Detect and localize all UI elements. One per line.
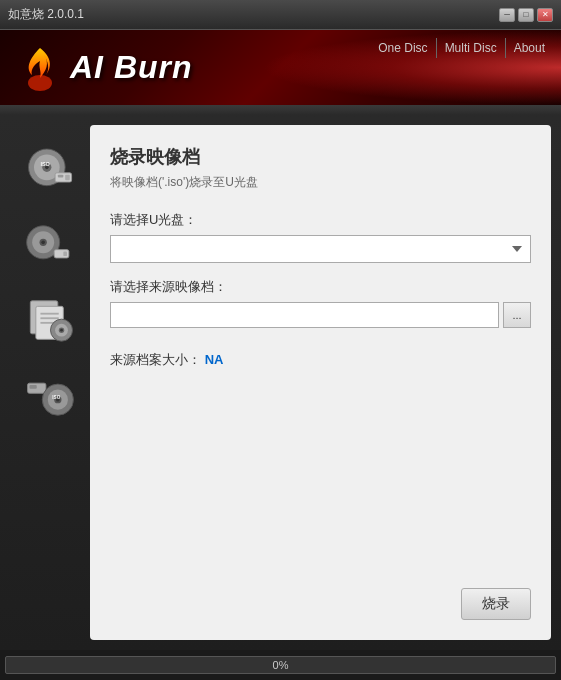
- svg-point-12: [41, 240, 45, 244]
- sidebar: ISO: [10, 125, 90, 640]
- svg-rect-6: [65, 174, 70, 180]
- sidebar-icon-disc-image[interactable]: ISO: [20, 360, 80, 420]
- file-size-value: NA: [205, 352, 224, 367]
- nav-about[interactable]: About: [505, 38, 553, 58]
- logo-area: AI Burn: [0, 43, 193, 93]
- source-file-input[interactable]: [110, 302, 499, 328]
- svg-rect-25: [29, 385, 36, 389]
- header-nav: One Disc Multi Disc About: [370, 38, 553, 58]
- file-size-row: 来源档案大小： NA: [110, 351, 531, 369]
- flame-icon: [20, 43, 60, 93]
- burn-button[interactable]: 烧录: [461, 588, 531, 620]
- maximize-button[interactable]: □: [518, 8, 534, 22]
- nav-one-disc[interactable]: One Disc: [370, 38, 435, 58]
- close-button[interactable]: ✕: [537, 8, 553, 22]
- window-title: 如意烧 2.0.0.1: [8, 6, 84, 23]
- sidebar-icon-iso-usb[interactable]: ISO: [20, 135, 80, 195]
- svg-point-23: [60, 328, 63, 331]
- toolbar-strip: [0, 105, 561, 115]
- disc-select-label: 请选择U光盘：: [110, 211, 531, 229]
- nav-multi-disc[interactable]: Multi Disc: [436, 38, 505, 58]
- burn-btn-row: 烧录: [110, 369, 531, 620]
- logo-text: AI Burn: [70, 49, 193, 86]
- file-size-label: 来源档案大小：: [110, 352, 201, 367]
- svg-rect-14: [63, 251, 67, 256]
- header: One Disc Multi Disc About AI Burn: [0, 30, 561, 105]
- panel-title: 烧录映像档: [110, 145, 531, 169]
- progress-bar-container: 0%: [5, 656, 556, 674]
- progress-area: 0%: [0, 650, 561, 680]
- source-file-label: 请选择来源映像档：: [110, 278, 531, 296]
- disc-select-section: 请选择U光盘：: [110, 211, 531, 263]
- main-content: ISO: [0, 115, 561, 650]
- panel-subtitle: 将映像档('.iso')烧录至U光盘: [110, 174, 531, 191]
- file-input-row: ...: [110, 302, 531, 328]
- title-bar: 如意烧 2.0.0.1 ─ □ ✕: [0, 0, 561, 30]
- source-file-section: 请选择来源映像档： ...: [110, 278, 531, 328]
- content-panel: 烧录映像档 将映像档('.iso')烧录至U光盘 请选择U光盘： 请选择来源映像…: [90, 125, 551, 640]
- disc-select[interactable]: [110, 235, 531, 263]
- window-controls: ─ □ ✕: [499, 8, 553, 22]
- svg-point-0: [28, 75, 52, 91]
- progress-text: 0%: [6, 659, 555, 671]
- browse-button[interactable]: ...: [503, 302, 531, 328]
- svg-text:ISO: ISO: [52, 394, 60, 399]
- svg-rect-7: [57, 174, 63, 177]
- minimize-button[interactable]: ─: [499, 8, 515, 22]
- svg-text:ISO: ISO: [40, 161, 50, 167]
- sidebar-icon-files[interactable]: [20, 285, 80, 345]
- sidebar-icon-disc-copy[interactable]: [20, 210, 80, 270]
